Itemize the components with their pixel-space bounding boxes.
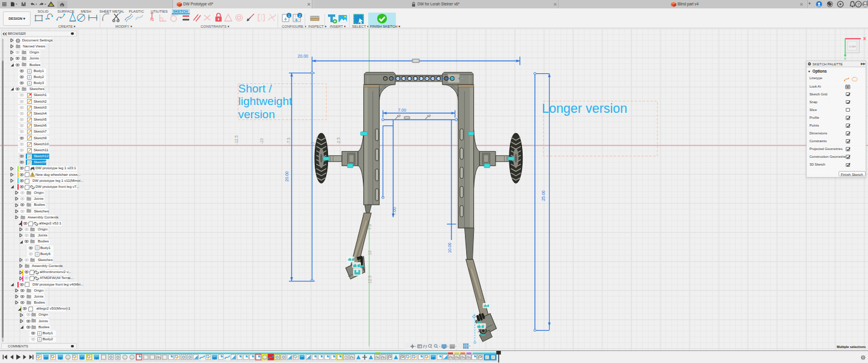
svg-text:25.00: 25.00: [541, 190, 545, 201]
svg-text:10: 10: [368, 250, 372, 255]
svg-text:X: X: [863, 37, 866, 41]
svg-text:20.00: 20.00: [298, 54, 309, 58]
svg-text:version: version: [238, 108, 275, 121]
svg-text:BACK: BACK: [849, 45, 856, 48]
svg-text:7.00: 7.00: [392, 207, 396, 215]
svg-text:-2.5: -2.5: [336, 137, 341, 145]
svg-text:lightweight: lightweight: [238, 95, 293, 107]
svg-text:-7.5: -7.5: [287, 137, 291, 145]
svg-text:12.5: 12.5: [368, 275, 372, 283]
svg-text:7.5: 7.5: [368, 224, 372, 230]
svg-text:-10: -10: [259, 138, 264, 144]
svg-text:-5: -5: [311, 142, 315, 146]
svg-text:10.00: 10.00: [448, 242, 452, 253]
svg-text:7.00: 7.00: [398, 108, 407, 112]
svg-text:Short /: Short /: [238, 82, 273, 95]
svg-text:-12.5: -12.5: [234, 135, 238, 145]
svg-text:Longer version: Longer version: [542, 101, 627, 116]
svg-text:20.00: 20.00: [285, 171, 289, 182]
